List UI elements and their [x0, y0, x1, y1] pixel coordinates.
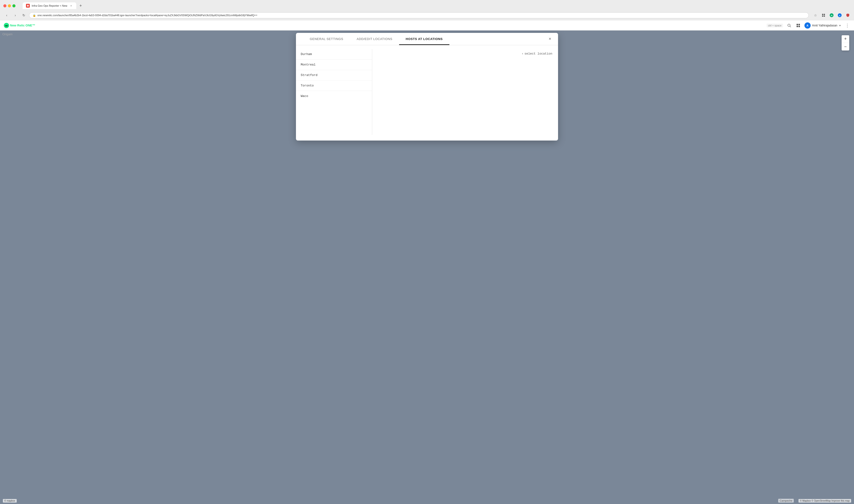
- svg-text:NR: NR: [5, 25, 8, 27]
- tab-add-edit-locations[interactable]: ADD/EDIT LOCATIONS: [350, 33, 399, 45]
- search-shortcut: ctrl + space: [767, 23, 783, 28]
- tab-hosts-at-locations[interactable]: HOSTS AT LOCATIONS: [399, 33, 449, 45]
- user-menu[interactable]: A Amit Yathirajadasan: [804, 22, 841, 29]
- user-avatar: A: [804, 22, 811, 29]
- grid-icon[interactable]: [795, 23, 801, 28]
- close-window-button[interactable]: [3, 4, 6, 7]
- nr-ext-icon[interactable]: N: [829, 12, 834, 18]
- svg-rect-2: [824, 14, 825, 15]
- modal-header: GENERAL SETTINGS ADD/EDIT LOCATIONS HOST…: [296, 33, 558, 45]
- modal-overlay: GENERAL SETTINGS ADD/EDIT LOCATIONS HOST…: [0, 31, 854, 504]
- locations-list: Durham Montreal Stratford Toronto Waco: [296, 49, 372, 135]
- search-icon[interactable]: [786, 23, 792, 28]
- main-area: Origam + − © mapbox Campeche © Mapbox © …: [0, 31, 854, 504]
- refresh-button[interactable]: ↻: [20, 12, 27, 19]
- modal-body: Durham Montreal Stratford Toronto Waco: [296, 45, 558, 141]
- svg-text:N: N: [831, 14, 833, 17]
- svg-line-12: [790, 26, 791, 27]
- location-item-stratford[interactable]: Stratford: [296, 70, 372, 80]
- svg-rect-3: [822, 16, 823, 17]
- chevron-left-icon: ‹: [521, 52, 523, 55]
- forward-button[interactable]: ›: [12, 12, 19, 19]
- svg-rect-14: [799, 24, 800, 25]
- address-bar-row: ‹ › ↻ 🔒 one.newrelic.com/launcher/85a4b2…: [0, 11, 854, 20]
- browser-chrome: Infra Geo Ops Reporter < New × + ‹ › ↻ 🔒…: [0, 0, 854, 20]
- traffic-lights: [3, 4, 16, 7]
- svg-rect-13: [797, 24, 798, 25]
- lock-icon: 🔒: [33, 14, 36, 17]
- minimize-window-button[interactable]: [8, 4, 11, 7]
- location-item-durham[interactable]: Durham: [296, 49, 372, 59]
- more-options-icon[interactable]: ⋮: [844, 23, 850, 28]
- shield-ext-icon[interactable]: [845, 12, 851, 18]
- extensions-icon[interactable]: [821, 12, 826, 18]
- svg-rect-4: [824, 16, 825, 17]
- chevron-down-icon: [839, 24, 841, 27]
- tab-title: Infra Geo Ops Reporter < New: [32, 4, 67, 7]
- svg-rect-15: [797, 26, 798, 27]
- locations-detail: ‹ select location: [372, 49, 558, 135]
- user-avatar-icon[interactable]: A: [837, 12, 842, 18]
- tab-close-button[interactable]: ×: [69, 4, 73, 7]
- app-bar: NR New Relic ONE™ ctrl + space A Ami: [0, 20, 854, 31]
- locations-container: Durham Montreal Stratford Toronto Waco: [296, 49, 558, 135]
- location-item-montreal[interactable]: Montreal: [296, 59, 372, 70]
- nr-logo[interactable]: NR New Relic ONE™: [4, 23, 35, 28]
- back-button[interactable]: ‹: [3, 12, 10, 19]
- location-item-waco[interactable]: Waco: [296, 91, 372, 101]
- url-text: one.newrelic.com/launcher/85a4b2b4-1bcd-…: [37, 14, 805, 17]
- svg-point-0: [27, 5, 29, 7]
- tab-general-settings[interactable]: GENERAL SETTINGS: [303, 33, 350, 45]
- nr-logo-icon: NR: [4, 23, 9, 28]
- tab-favicon: [26, 4, 30, 7]
- user-name: Amit Yathirajadasan: [812, 24, 837, 27]
- new-tab-button[interactable]: +: [77, 2, 84, 9]
- browser-tab-active[interactable]: Infra Geo Ops Reporter < New ×: [23, 2, 76, 9]
- star-icon[interactable]: ☆: [813, 12, 818, 18]
- address-bar[interactable]: 🔒 one.newrelic.com/launcher/85a4b2b4-1bc…: [29, 12, 809, 18]
- svg-text:A: A: [839, 15, 840, 17]
- svg-rect-16: [799, 26, 800, 27]
- modal-tabs: GENERAL SETTINGS ADD/EDIT LOCATIONS HOST…: [296, 33, 558, 45]
- tab-bar: Infra Geo Ops Reporter < New × +: [19, 2, 87, 9]
- modal-panel: GENERAL SETTINGS ADD/EDIT LOCATIONS HOST…: [296, 33, 558, 141]
- app-bar-right: ctrl + space A Amit Yathirajadasan: [767, 22, 850, 29]
- maximize-window-button[interactable]: [12, 4, 16, 7]
- toolbar-icons: ☆ N A: [813, 12, 851, 18]
- select-location-hint: ‹ select location: [521, 52, 552, 55]
- svg-rect-1: [822, 14, 823, 15]
- location-item-toronto[interactable]: Toronto: [296, 80, 372, 91]
- svg-point-11: [788, 24, 790, 26]
- modal-close-button[interactable]: ×: [547, 36, 553, 42]
- nr-logo-text: New Relic ONE™: [10, 23, 35, 27]
- title-bar: Infra Geo Ops Reporter < New × +: [0, 0, 854, 11]
